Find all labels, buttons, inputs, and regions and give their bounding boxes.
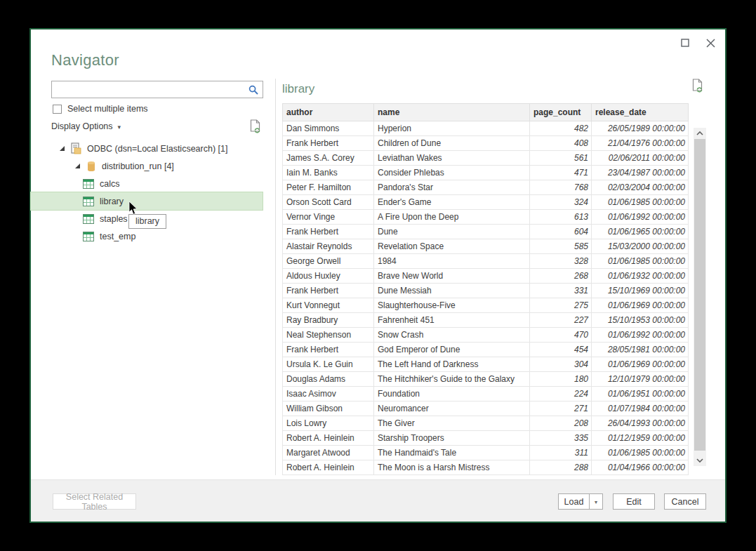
cell-name: Revelation Space bbox=[374, 239, 530, 254]
cell-author: Aldous Huxley bbox=[283, 269, 374, 284]
table-row[interactable]: Frank HerbertChildren of Dune40821/04/19… bbox=[283, 136, 689, 151]
close-button[interactable] bbox=[703, 35, 718, 51]
cell-release_date: 01/06/1965 00:00:00 bbox=[592, 225, 689, 239]
table-row[interactable]: Vernor VingeA Fire Upon the Deep61301/06… bbox=[283, 210, 689, 225]
cell-release_date: 15/03/2000 00:00:00 bbox=[592, 239, 689, 254]
cell-author: Orson Scott Card bbox=[283, 195, 374, 210]
select-related-tables-button[interactable]: Select Related Tables bbox=[53, 493, 136, 510]
cell-release_date: 01/06/1985 00:00:00 bbox=[592, 254, 689, 269]
table-row[interactable]: Peter F. HamiltonPandora's Star76802/03/… bbox=[283, 180, 689, 195]
odbc-source-icon bbox=[71, 142, 81, 154]
cell-author: Iain M. Banks bbox=[283, 166, 374, 180]
maximize-button[interactable] bbox=[677, 35, 693, 51]
select-multiple-checkbox[interactable] bbox=[53, 105, 62, 114]
table-row[interactable]: Ursula K. Le GuinThe Left Hand of Darkne… bbox=[283, 357, 689, 372]
tree-item-label: library bbox=[100, 197, 124, 206]
cell-page_count: 324 bbox=[530, 195, 592, 210]
table-row[interactable]: Iain M. BanksConsider Phlebas47123/04/19… bbox=[283, 166, 689, 180]
tree-item-label: staples bbox=[100, 214, 128, 224]
refresh-preview-button[interactable] bbox=[249, 119, 262, 137]
table-row[interactable]: Alastair ReynoldsRevelation Space58515/0… bbox=[283, 239, 689, 254]
table-row[interactable]: Neal StephensonSnow Crash47001/06/1992 0… bbox=[283, 328, 689, 343]
tree-item-odbc-source[interactable]: ODBC (dsn=Local Elasticsearch) [1] bbox=[31, 140, 263, 157]
cell-name: Children of Dune bbox=[374, 136, 530, 151]
cell-page_count: 454 bbox=[530, 343, 592, 357]
table-row[interactable]: Aldous HuxleyBrave New World26801/06/193… bbox=[283, 269, 689, 284]
cell-release_date: 01/06/1932 00:00:00 bbox=[592, 269, 689, 284]
cell-release_date: 01/06/1951 00:00:00 bbox=[592, 387, 689, 401]
cell-author: Kurt Vonnegut bbox=[283, 298, 374, 313]
scrollbar-thumb[interactable] bbox=[694, 139, 705, 451]
cell-author: Peter F. Hamilton bbox=[283, 180, 374, 195]
table-row[interactable]: Orson Scott CardEnder's Game32401/06/198… bbox=[283, 195, 689, 210]
dialog-footer: Select Related Tables Load ▾ Edit Cancel bbox=[31, 479, 725, 522]
tree-item-distribution-run[interactable]: distribution_run [4] bbox=[31, 157, 263, 175]
table-row[interactable]: George Orwell198432801/06/1985 00:00:00 bbox=[283, 254, 689, 269]
cell-author: George Orwell bbox=[283, 254, 374, 269]
cell-name: A Fire Upon the Deep bbox=[374, 210, 530, 225]
cell-author: James S.A. Corey bbox=[283, 151, 374, 166]
cell-page_count: 585 bbox=[530, 239, 592, 254]
refresh-table-button[interactable] bbox=[691, 79, 704, 96]
table-row[interactable]: Dan SimmonsHyperion48226/05/1989 00:00:0… bbox=[283, 121, 689, 136]
cell-author: Frank Herbert bbox=[283, 136, 374, 151]
cell-author: Dan Simmons bbox=[283, 121, 374, 136]
table-row[interactable]: Isaac AsimovFoundation22401/06/1951 00:0… bbox=[283, 387, 689, 401]
cell-release_date: 01/06/1992 00:00:00 bbox=[592, 210, 689, 225]
table-row[interactable]: Frank HerbertGod Emperor of Dune45428/05… bbox=[283, 343, 689, 357]
cell-author: Douglas Adams bbox=[283, 372, 374, 387]
cell-name: Consider Phlebas bbox=[374, 166, 530, 180]
cell-page_count: 288 bbox=[530, 460, 592, 475]
search-box bbox=[51, 81, 263, 98]
table-row[interactable]: Margaret AtwoodThe Handmaid's Tale31101/… bbox=[283, 446, 689, 460]
scroll-down-button[interactable] bbox=[694, 455, 706, 466]
select-multiple-label: Select multiple items bbox=[67, 104, 148, 114]
tree-item-label: distribution_run [4] bbox=[102, 161, 174, 171]
load-button[interactable]: Load bbox=[558, 493, 589, 510]
tree-item-calcs[interactable]: calcs bbox=[31, 175, 263, 192]
table-row[interactable]: Robert A. HeinleinThe Moon is a Harsh Mi… bbox=[283, 460, 689, 475]
search-input[interactable] bbox=[52, 81, 244, 98]
cell-name: Foundation bbox=[374, 387, 530, 401]
table-row[interactable]: Lois LowryThe Giver20826/04/1993 00:00:0… bbox=[283, 416, 689, 431]
cell-page_count: 335 bbox=[530, 431, 592, 446]
cell-author: William Gibson bbox=[283, 401, 374, 416]
database-icon bbox=[86, 161, 96, 172]
table-row[interactable]: Douglas AdamsThe Hitchhiker's Guide to t… bbox=[283, 372, 689, 387]
close-icon bbox=[706, 39, 715, 48]
table-row[interactable]: James S.A. CoreyLeviathan Wakes56102/06/… bbox=[283, 151, 689, 166]
column-header-author: author bbox=[283, 104, 374, 121]
tree-item-test-emp[interactable]: test_emp bbox=[31, 227, 263, 245]
cell-page_count: 471 bbox=[530, 166, 592, 180]
cell-page_count: 328 bbox=[530, 254, 592, 269]
cell-page_count: 268 bbox=[530, 269, 592, 284]
cell-page_count: 470 bbox=[530, 328, 592, 343]
cell-page_count: 227 bbox=[530, 313, 592, 328]
table-row[interactable]: Robert A. HeinleinStarship Troopers33501… bbox=[283, 431, 689, 446]
vertical-scrollbar[interactable] bbox=[694, 128, 706, 466]
scroll-up-button[interactable] bbox=[694, 128, 706, 139]
cell-author: Ursula K. Le Guin bbox=[283, 357, 374, 372]
table-row[interactable]: William GibsonNeuromancer27101/07/1984 0… bbox=[283, 401, 689, 416]
table-row[interactable]: Ray BradburyFahrenheit 45122715/10/1953 … bbox=[283, 313, 689, 328]
table-row[interactable]: Kurt VonnegutSlaughterhouse-Five27501/06… bbox=[283, 298, 689, 313]
preview-table: authornamepage_countrelease_date Dan Sim… bbox=[282, 103, 688, 475]
expander-icon bbox=[74, 163, 81, 169]
display-options-label: Display Options bbox=[51, 121, 113, 131]
cell-page_count: 275 bbox=[530, 298, 592, 313]
cell-release_date: 26/04/1993 00:00:00 bbox=[592, 416, 689, 431]
search-button[interactable] bbox=[244, 81, 263, 98]
window-controls bbox=[677, 35, 718, 51]
edit-button[interactable]: Edit bbox=[613, 493, 655, 510]
display-options-dropdown[interactable]: Display Options ▾ bbox=[51, 121, 121, 131]
preview-table-body: Dan SimmonsHyperion48226/05/1989 00:00:0… bbox=[283, 121, 689, 475]
load-dropdown-button[interactable]: ▾ bbox=[589, 493, 603, 510]
source-tree: ODBC (dsn=Local Elasticsearch) [1] distr… bbox=[31, 140, 275, 245]
table-row[interactable]: Frank HerbertDune60401/06/1965 00:00:00 bbox=[283, 225, 689, 239]
tree-item-library[interactable]: library bbox=[31, 192, 263, 210]
cell-release_date: 21/04/1976 00:00:00 bbox=[592, 136, 689, 151]
cell-name: Starship Troopers bbox=[374, 431, 530, 446]
chevron-down-icon: ▾ bbox=[595, 499, 597, 505]
cancel-button[interactable]: Cancel bbox=[664, 493, 706, 510]
table-row[interactable]: Frank HerbertDune Messiah33115/10/1969 0… bbox=[283, 284, 689, 298]
